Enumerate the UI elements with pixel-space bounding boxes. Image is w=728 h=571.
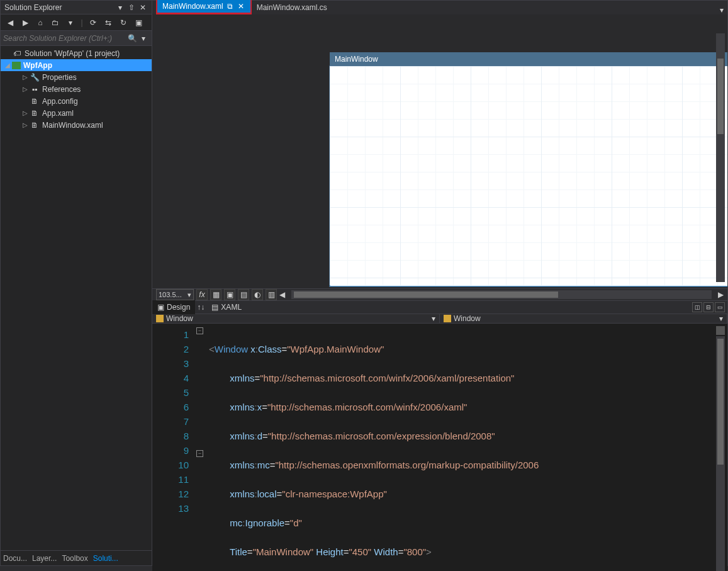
tree-properties[interactable]: ▷ 🔧 Properties <box>1 71 152 83</box>
designer-zoom[interactable]: 103.5...▾ <box>156 289 194 300</box>
tab-overflow-icon[interactable]: ▾ <box>716 6 727 14</box>
search-icon[interactable]: 🔍 <box>126 34 138 43</box>
solution-tree: 🏷 Solution 'WpfApp' (1 project) ◢ WpfApp… <box>1 46 152 550</box>
tab-mainwindow-cs[interactable]: MainWindow.xaml.cs <box>252 1 332 14</box>
tab-label: Design <box>167 303 190 312</box>
expand-icon[interactable]: ▷ <box>21 110 30 116</box>
node-label: MainWindow.xaml <box>42 121 103 130</box>
solution-explorer-panel: Solution Explorer ▾ ⇧ ✕ ◀ ▶ ⌂ 🗀 ▾ | ⟳ ⇆ … <box>1 1 152 565</box>
document-tabbar: MainWindow.xaml ⧉ ✕ MainWindow.xaml.cs ▾ <box>152 1 727 14</box>
chevron-down-icon[interactable]: ▾ <box>432 314 435 323</box>
code-body[interactable]: <Window x:Class="WpfApp.MainWindow" xmln… <box>205 324 727 571</box>
search-box[interactable]: 🔍 ▾ <box>1 31 152 46</box>
tab-solution-explorer[interactable]: Soluti... <box>93 554 118 563</box>
explorer-toolbar: ◀ ▶ ⌂ 🗀 ▾ | ⟳ ⇆ ↻ ▣ <box>1 14 152 31</box>
split-horizontal-icon[interactable]: ⊟ <box>703 302 714 312</box>
tab-label: XAML <box>221 303 242 312</box>
fold-toggle[interactable]: − <box>196 450 203 457</box>
tree-appconfig[interactable]: 🗎 App.config <box>1 95 152 107</box>
preview-title: MainWindow <box>330 55 378 64</box>
expand-icon[interactable]: ▷ <box>21 86 30 93</box>
home-icon[interactable]: ⌂ <box>35 17 46 28</box>
tab-label: MainWindow.xaml <box>162 2 223 11</box>
design-preview-window[interactable]: MainWindow <box>330 66 727 286</box>
split-handle[interactable] <box>716 326 725 335</box>
swap-panes-icon[interactable]: ↑↓ <box>195 303 206 312</box>
tree-appxaml[interactable]: ▷ 🗎 App.xaml <box>1 107 152 119</box>
collapse-icon[interactable]: ◢ <box>3 62 12 69</box>
scroll-right-icon[interactable]: ▶ <box>718 290 724 299</box>
dropdown-icon[interactable]: ▾ <box>115 3 125 13</box>
breadcrumb-label: Window <box>166 314 193 323</box>
grid-icon[interactable]: ▦ <box>210 289 221 300</box>
collapse-pane-icon[interactable]: ▭ <box>715 302 725 312</box>
editor-vscrollbar[interactable] <box>716 336 725 571</box>
split-vertical-icon[interactable]: ◫ <box>692 302 702 312</box>
designer-hscrollbar[interactable] <box>291 290 712 299</box>
panel-title: Solution Explorer <box>4 3 115 12</box>
forward-icon[interactable]: ▶ <box>20 17 31 28</box>
xaml-icon: ▤ <box>211 303 218 312</box>
wrench-icon: 🔧 <box>30 72 40 82</box>
tree-mainwindow[interactable]: ▷ 🗎 MainWindow.xaml <box>1 119 152 131</box>
refresh-icon[interactable]: ↻ <box>118 17 129 28</box>
xaml-breadcrumb: Window ▾ Window ▾ <box>152 314 727 324</box>
close-icon[interactable]: ✕ <box>237 2 245 11</box>
design-pane-tab[interactable]: ▣ Design <box>152 300 195 314</box>
design-xaml-switcher: ▣ Design ↑↓ ▤ XAML ◫ ⊟ ▭ <box>152 300 727 314</box>
xaml-icon: 🗎 <box>30 120 40 130</box>
tab-label: MainWindow.xaml.cs <box>257 3 327 12</box>
back-icon[interactable]: ◀ <box>4 17 16 28</box>
tab-document-outline[interactable]: Docu... <box>3 554 27 563</box>
scroll-left-icon[interactable]: ◀ <box>279 290 285 299</box>
pin-icon[interactable]: ⧉ <box>227 2 233 11</box>
xaml-designer-surface[interactable]: MainWindow <box>152 14 727 288</box>
option2-icon[interactable]: ⇆ <box>103 17 114 28</box>
chevron-down-icon[interactable]: ▾ <box>65 17 76 28</box>
breadcrumb-label: Window <box>454 314 481 323</box>
node-label: References <box>42 85 81 94</box>
tree-references[interactable]: ▷ ▪▪ References <box>1 83 152 95</box>
fold-toggle[interactable]: − <box>196 327 203 334</box>
tab-toolbox[interactable]: Toolbox <box>62 554 87 563</box>
solution-node[interactable]: 🏷 Solution 'WpfApp' (1 project) <box>1 47 152 59</box>
tab-mainwindow-xaml[interactable]: MainWindow.xaml ⧉ ✕ <box>156 0 252 14</box>
references-icon: ▪▪ <box>30 84 40 94</box>
node-label: App.config <box>42 97 78 106</box>
pin-icon[interactable]: ⇧ <box>126 3 137 13</box>
xaml-icon: 🗎 <box>30 108 40 118</box>
chevron-down-icon[interactable]: ▾ <box>719 314 723 323</box>
close-icon[interactable]: ✕ <box>138 3 148 13</box>
showall-icon[interactable]: ▣ <box>133 17 144 28</box>
xaml-pane-tab[interactable]: ▤ XAML <box>206 300 247 314</box>
chevron-down-icon[interactable]: ▾ <box>138 34 149 43</box>
bottom-tool-tabs: Docu... Layer... Toolbox Soluti... <box>1 550 152 565</box>
option-icon[interactable]: ⟳ <box>87 17 99 28</box>
solution-icon: 🏷 <box>12 48 22 59</box>
cube-icon <box>156 315 164 322</box>
node-label: Properties <box>42 73 77 82</box>
cube-icon <box>444 315 451 322</box>
toggle-icon[interactable]: ◐ <box>252 289 263 300</box>
expand-icon[interactable]: ▷ <box>21 74 30 81</box>
search-input[interactable] <box>3 34 126 43</box>
fx-icon[interactable]: fx <box>196 289 208 300</box>
solution-label: Solution 'WpfApp' (1 project) <box>25 49 120 58</box>
config-icon: 🗎 <box>30 96 40 106</box>
expand-icon[interactable]: ▷ <box>21 122 30 128</box>
breadcrumb-right[interactable]: Window ▾ <box>440 314 727 323</box>
snap-icon[interactable]: ▣ <box>224 289 235 300</box>
sync-icon[interactable]: 🗀 <box>50 17 61 28</box>
layout-icon[interactable]: ▤ <box>238 289 249 300</box>
designer-statusbar: 103.5...▾ fx ▦ ▣ ▤ ◐ ▥ ◀ ▶ <box>152 288 727 300</box>
designer-vscrollbar[interactable] <box>716 33 725 282</box>
node-label: App.xaml <box>42 109 74 118</box>
csproj-icon <box>12 62 21 69</box>
breadcrumb-left[interactable]: Window ▾ <box>152 314 440 323</box>
extra-icon[interactable]: ▥ <box>266 289 277 300</box>
tab-layer[interactable]: Layer... <box>32 554 57 563</box>
xaml-code-editor[interactable]: 1 2 3 4 5 6 7 8 9 10 11 12 13 − − <Windo… <box>152 324 727 571</box>
project-node[interactable]: ◢ WpfApp <box>1 59 152 71</box>
project-label: WpfApp <box>23 61 52 70</box>
design-icon: ▣ <box>157 303 164 312</box>
